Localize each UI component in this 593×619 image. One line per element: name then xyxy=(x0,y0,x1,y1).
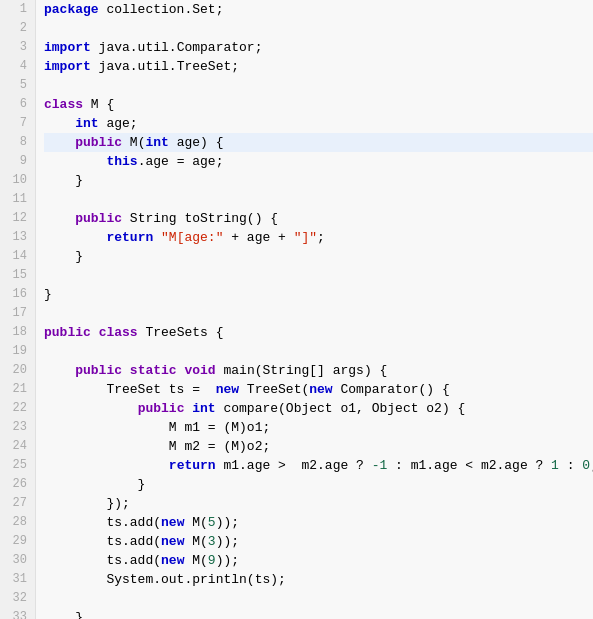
line-number: 22 xyxy=(8,399,27,418)
syntax-token: int xyxy=(192,401,215,416)
syntax-token: import xyxy=(44,59,91,74)
code-line: return "M[age:" + age + "]"; xyxy=(44,228,593,247)
syntax-token: new xyxy=(216,382,239,397)
syntax-token: return xyxy=(106,230,153,245)
line-number: 28 xyxy=(8,513,27,532)
code-editor: 1234567891011121314151617181920212223242… xyxy=(0,0,593,619)
line-number: 13 xyxy=(8,228,27,247)
syntax-token: return xyxy=(169,458,216,473)
code-line: ts.add(new M(3)); xyxy=(44,532,593,551)
code-content: package collection.Set; import java.util… xyxy=(36,0,593,619)
syntax-token: new xyxy=(161,553,184,568)
code-line: public class TreeSets { xyxy=(44,323,593,342)
line-number: 30 xyxy=(8,551,27,570)
code-line: class M { xyxy=(44,95,593,114)
code-line: } xyxy=(44,171,593,190)
syntax-token: 0 xyxy=(582,458,590,473)
line-number: 33 xyxy=(8,608,27,619)
code-line: M m1 = (M)o1; xyxy=(44,418,593,437)
line-number: 24 xyxy=(8,437,27,456)
code-line: public int compare(Object o1, Object o2)… xyxy=(44,399,593,418)
line-number: 25 xyxy=(8,456,27,475)
line-number: 32 xyxy=(8,589,27,608)
code-line: public M(int age) { xyxy=(44,133,593,152)
code-line: M m2 = (M)o2; xyxy=(44,437,593,456)
code-line: ts.add(new M(9)); xyxy=(44,551,593,570)
syntax-token: public xyxy=(138,401,185,416)
syntax-token: public xyxy=(75,211,122,226)
code-line xyxy=(44,304,593,323)
code-line: } xyxy=(44,247,593,266)
code-line xyxy=(44,190,593,209)
line-number-gutter: 1234567891011121314151617181920212223242… xyxy=(0,0,36,619)
syntax-token: this xyxy=(106,154,137,169)
line-number: 16 xyxy=(8,285,27,304)
syntax-token: import xyxy=(44,40,91,55)
line-number: 23 xyxy=(8,418,27,437)
line-number: 1 xyxy=(8,0,27,19)
code-line xyxy=(44,19,593,38)
line-number: 31 xyxy=(8,570,27,589)
syntax-token: 3 xyxy=(208,534,216,549)
syntax-token: new xyxy=(309,382,332,397)
code-line xyxy=(44,342,593,361)
code-line: import java.util.TreeSet; xyxy=(44,57,593,76)
syntax-token: new xyxy=(161,515,184,530)
syntax-token: -1 xyxy=(372,458,388,473)
code-line: public static void main(String[] args) { xyxy=(44,361,593,380)
line-number: 7 xyxy=(8,114,27,133)
line-number: 4 xyxy=(8,57,27,76)
syntax-token: class xyxy=(99,325,138,340)
code-line: ts.add(new M(5)); xyxy=(44,513,593,532)
line-number: 6 xyxy=(8,95,27,114)
syntax-token: public xyxy=(75,363,122,378)
syntax-token: package xyxy=(44,2,99,17)
code-line: System.out.println(ts); xyxy=(44,570,593,589)
code-line: TreeSet ts = new TreeSet(new Comparator(… xyxy=(44,380,593,399)
code-line: import java.util.Comparator; xyxy=(44,38,593,57)
code-line: this.age = age; xyxy=(44,152,593,171)
line-number: 14 xyxy=(8,247,27,266)
code-line: } xyxy=(44,285,593,304)
line-number: 15 xyxy=(8,266,27,285)
code-line: } xyxy=(44,608,593,619)
code-line xyxy=(44,76,593,95)
syntax-token: new xyxy=(161,534,184,549)
code-line: package collection.Set; xyxy=(44,0,593,19)
code-line: int age; xyxy=(44,114,593,133)
syntax-token: class xyxy=(44,97,83,112)
syntax-token: 1 xyxy=(551,458,559,473)
line-number: 18 xyxy=(8,323,27,342)
line-number: 29 xyxy=(8,532,27,551)
line-number: 5 xyxy=(8,76,27,95)
code-line: }); xyxy=(44,494,593,513)
line-number: 2 xyxy=(8,19,27,38)
code-line xyxy=(44,589,593,608)
syntax-token: int xyxy=(75,116,98,131)
code-line: } xyxy=(44,475,593,494)
line-number: 20 xyxy=(8,361,27,380)
syntax-token: int xyxy=(145,135,168,150)
line-number: 17 xyxy=(8,304,27,323)
line-number: 9 xyxy=(8,152,27,171)
line-number: 27 xyxy=(8,494,27,513)
line-number: 26 xyxy=(8,475,27,494)
line-number: 8 xyxy=(8,133,27,152)
line-number: 3 xyxy=(8,38,27,57)
syntax-token: 9 xyxy=(208,553,216,568)
syntax-token: public xyxy=(44,325,91,340)
syntax-token: "M[age:" xyxy=(161,230,223,245)
line-number: 19 xyxy=(8,342,27,361)
line-number: 10 xyxy=(8,171,27,190)
line-number: 11 xyxy=(8,190,27,209)
syntax-token: public xyxy=(75,135,122,150)
code-line xyxy=(44,266,593,285)
syntax-token: 5 xyxy=(208,515,216,530)
syntax-token: "]" xyxy=(294,230,317,245)
syntax-token: void xyxy=(184,363,215,378)
code-line: public String toString() { xyxy=(44,209,593,228)
code-line: return m1.age > m2.age ? -1 : m1.age < m… xyxy=(44,456,593,475)
syntax-token: static xyxy=(130,363,177,378)
line-number: 12 xyxy=(8,209,27,228)
line-number: 21 xyxy=(8,380,27,399)
